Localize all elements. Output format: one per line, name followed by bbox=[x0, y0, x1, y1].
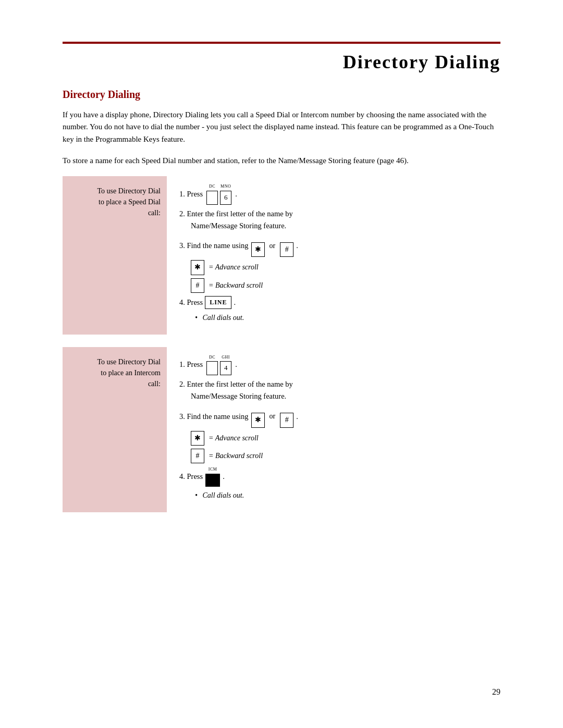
mno-key-wrapper: MNO 6 bbox=[220, 183, 231, 205]
hash-key-wrapper-1: # bbox=[280, 235, 293, 257]
speed-dial-steps: 1. Press DC MNO 6 . bbox=[167, 176, 500, 335]
dc-key-wrapper-2: DC bbox=[206, 354, 218, 376]
page-title-section: Directory Dialing bbox=[63, 42, 500, 73]
step-3-intercom-period: . bbox=[296, 411, 298, 423]
step-1-intercom-line: 1. Press DC GHI 4 . bbox=[179, 354, 500, 376]
icm-top-label: ICM bbox=[209, 466, 217, 473]
speed-dial-box: To use Directory Dial to place a Speed D… bbox=[63, 176, 500, 335]
hash-key-scroll-2: # bbox=[191, 449, 204, 463]
star-key-scroll-2: ✱ bbox=[191, 431, 204, 446]
bullet-intercom: • Call dials out. bbox=[195, 490, 500, 501]
step-2-speed: 2. Enter the first letter of the name by… bbox=[179, 208, 500, 232]
step-2-speed-line2: Name/Message Storing feature. bbox=[191, 220, 500, 232]
step-1-speed-line: 1. Press DC MNO 6 . bbox=[179, 183, 500, 205]
intercom-box: To use Directory Dial to place an Interc… bbox=[63, 347, 500, 512]
num4-key: 4 bbox=[220, 361, 231, 375]
star-key-scroll-1: ✱ bbox=[191, 260, 204, 275]
step-4-speed-line: 4. Press LINE . bbox=[179, 296, 500, 309]
hash-key-2: # bbox=[280, 413, 293, 427]
backward-scroll-label-1: = Backward scroll bbox=[209, 280, 263, 291]
intercom-label: To use Directory Dial to place an Interc… bbox=[63, 347, 167, 512]
star-key-wrapper-2: ✱ bbox=[251, 405, 265, 427]
icm-key-wrapper: ICM bbox=[205, 466, 220, 487]
step-4-intercom: 4. Press ICM . • Call dials out. bbox=[179, 466, 500, 501]
dc-label-1: DC bbox=[209, 183, 215, 190]
hash-key-1: # bbox=[280, 242, 293, 257]
bullet-speed: • Call dials out. bbox=[195, 312, 500, 324]
step-2-intercom-line1: 2. Enter the first letter of the name by bbox=[179, 378, 500, 390]
step-4-speed-prefix: 4. Press bbox=[179, 297, 203, 309]
step-2-speed-line1: 2. Enter the first letter of the name by bbox=[179, 208, 500, 220]
step-1-speed: 1. Press DC MNO 6 . bbox=[179, 183, 500, 205]
scroll-advance-2: ✱ = Advance scroll bbox=[191, 431, 500, 446]
star-key-1: ✱ bbox=[251, 242, 265, 257]
dc-label-2: DC bbox=[209, 354, 215, 361]
step-3-speed-line: 3. Find the name using ✱ or # . bbox=[179, 235, 500, 257]
step-1-speed-period: . bbox=[235, 188, 237, 200]
step-3-speed-period: . bbox=[296, 240, 298, 252]
speed-dial-label: To use Directory Dial to place a Speed D… bbox=[63, 176, 167, 335]
step-1-intercom-period: . bbox=[235, 359, 237, 371]
step-4-intercom-line: 4. Press ICM . bbox=[179, 466, 500, 487]
star-key-wrapper-1: ✱ bbox=[251, 235, 265, 257]
advance-scroll-label-2: = Advance scroll bbox=[209, 433, 259, 444]
scroll-advance-1: ✱ = Advance scroll bbox=[191, 260, 500, 275]
step-3-intercom-line: 3. Find the name using ✱ or # . bbox=[179, 405, 500, 427]
star-key-top-1 bbox=[257, 235, 259, 242]
or-text-1: or bbox=[270, 240, 276, 252]
advance-scroll-label-1: = Advance scroll bbox=[209, 262, 259, 273]
step-3-intercom-prefix: 3. Find the name using bbox=[179, 411, 249, 423]
dc-key-wrapper-1: DC bbox=[206, 183, 218, 205]
step-4-intercom-period: . bbox=[223, 471, 225, 483]
step-3-speed: 3. Find the name using ✱ or # . ✱ = A bbox=[179, 235, 500, 293]
page-title: Directory Dialing bbox=[63, 51, 500, 73]
dc-key-1 bbox=[206, 191, 218, 205]
scroll-backward-2: # = Backward scroll bbox=[191, 449, 500, 463]
icm-key bbox=[205, 474, 220, 487]
step-1-intercom-keys: DC GHI 4 bbox=[206, 354, 232, 376]
intercom-steps: 1. Press DC GHI 4 . bbox=[167, 347, 500, 512]
dc-key-2 bbox=[206, 361, 218, 375]
hash-key-top-1 bbox=[286, 235, 288, 242]
bullet-text-2: Call dials out. bbox=[202, 491, 244, 499]
bullet-dot-1: • bbox=[195, 314, 198, 322]
step-1-speed-keys: DC MNO 6 bbox=[206, 183, 232, 205]
bullet-dot-2: • bbox=[195, 491, 198, 499]
ghi-label: GHI bbox=[222, 354, 230, 361]
step-3-intercom: 3. Find the name using ✱ or # . ✱ = A bbox=[179, 405, 500, 463]
step-2-intercom: 2. Enter the first letter of the name by… bbox=[179, 378, 500, 402]
page: Directory Dialing Directory Dialing If y… bbox=[0, 0, 563, 728]
num6-key: 6 bbox=[220, 191, 231, 205]
or-text-2: or bbox=[270, 411, 276, 422]
step-1-intercom-prefix: 1. Press bbox=[179, 359, 203, 371]
hash-key-scroll-1: # bbox=[191, 278, 204, 293]
step-4-speed: 4. Press LINE . • Call dials out. bbox=[179, 296, 500, 324]
step-4-intercom-prefix: 4. Press bbox=[179, 471, 203, 483]
line-key-1: LINE bbox=[205, 296, 231, 309]
star-key-2: ✱ bbox=[251, 413, 265, 427]
intro-paragraph-1: If you have a display phone, Directory D… bbox=[63, 109, 500, 145]
hash-key-top-2 bbox=[286, 405, 288, 412]
step-1-speed-prefix: 1. Press bbox=[179, 188, 203, 200]
mno-label: MNO bbox=[221, 183, 231, 190]
backward-scroll-label-2: = Backward scroll bbox=[209, 450, 263, 462]
step-4-speed-period: . bbox=[234, 297, 236, 309]
hash-key-wrapper-2: # bbox=[280, 405, 293, 427]
step-1-intercom: 1. Press DC GHI 4 . bbox=[179, 354, 500, 376]
star-key-top-2 bbox=[257, 405, 259, 412]
step-2-intercom-line2: Name/Message Storing feature. bbox=[191, 390, 500, 402]
ghi-key-wrapper: GHI 4 bbox=[220, 354, 231, 376]
intro-paragraph-2: To store a name for each Speed Dial numb… bbox=[63, 155, 500, 167]
page-number: 29 bbox=[492, 687, 500, 697]
bullet-text-1: Call dials out. bbox=[202, 314, 244, 322]
scroll-backward-1: # = Backward scroll bbox=[191, 278, 500, 293]
section-heading: Directory Dialing bbox=[63, 89, 500, 101]
step-3-speed-prefix: 3. Find the name using bbox=[179, 240, 249, 252]
